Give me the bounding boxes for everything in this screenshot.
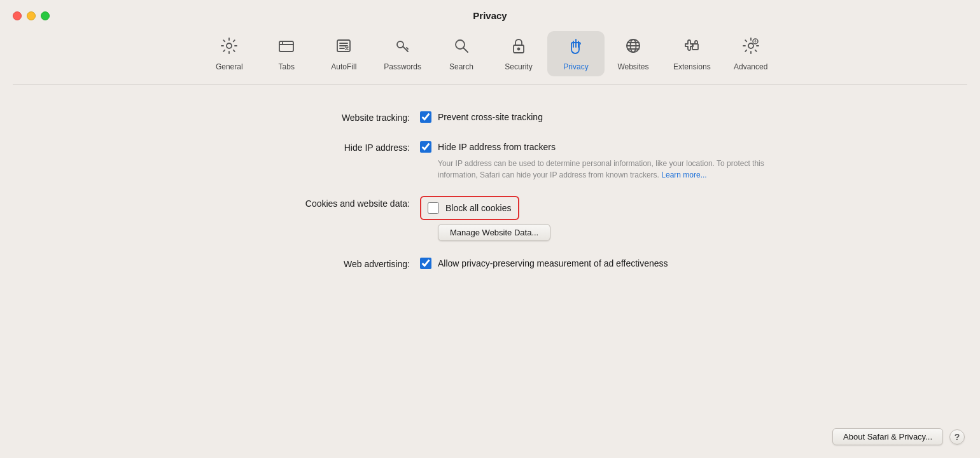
tab-security-label: Security	[505, 62, 532, 71]
search-icon	[452, 36, 471, 59]
tab-search[interactable]: Search	[433, 31, 490, 76]
tab-websites[interactable]: Websites	[605, 31, 662, 76]
cookies-row: Cookies and website data: Block all cook…	[204, 196, 776, 241]
svg-point-0	[227, 43, 232, 48]
bottom-bar: About Safari & Privacy... ?	[832, 428, 965, 445]
cookies-label: Cookies and website data:	[204, 196, 420, 211]
website-tracking-checkbox-label: Prevent cross-site tracking	[438, 110, 543, 124]
hide-ip-checkbox[interactable]	[420, 141, 431, 153]
puzzle-icon	[682, 36, 701, 59]
svg-point-17	[748, 43, 753, 48]
about-safari-button[interactable]: About Safari & Privacy...	[832, 428, 943, 445]
block-cookies-highlight-row: Block all cookies	[420, 196, 550, 220]
window-title: Privacy	[473, 10, 507, 21]
tab-privacy-label: Privacy	[563, 62, 588, 71]
hide-ip-control: Hide IP address from trackers Your IP ad…	[420, 140, 776, 181]
globe-icon	[624, 36, 643, 59]
web-advertising-checkbox[interactable]	[420, 258, 431, 269]
hide-ip-label: Hide IP address:	[204, 140, 420, 155]
web-advertising-checkbox-row: Allow privacy-preserving measurement of …	[420, 256, 668, 270]
tab-tabs[interactable]: Tabs	[258, 31, 315, 76]
website-tracking-checkbox-row: Prevent cross-site tracking	[420, 110, 543, 124]
hide-ip-checkbox-row: Hide IP address from trackers	[420, 140, 776, 154]
help-button[interactable]: ?	[949, 429, 965, 445]
web-advertising-checkbox-label: Allow privacy-preserving measurement of …	[438, 256, 668, 270]
hide-ip-checkbox-label: Hide IP address from trackers	[438, 140, 556, 154]
svg-point-10	[517, 48, 519, 50]
window-controls	[13, 11, 50, 20]
gear-icon	[220, 36, 239, 59]
maximize-button[interactable]	[41, 11, 50, 20]
cookies-control: Block all cookies Manage Website Data...	[420, 196, 550, 241]
tab-websites-label: Websites	[617, 62, 648, 71]
block-cookies-highlight: Block all cookies	[420, 196, 519, 220]
gear-advanced-icon	[741, 36, 760, 59]
content-area: Website tracking: Prevent cross-site tra…	[0, 85, 980, 296]
website-tracking-control: Prevent cross-site tracking	[420, 110, 543, 124]
block-cookies-label: Block all cookies	[445, 201, 512, 215]
manage-button-container: Manage Website Data...	[420, 224, 550, 241]
tabs-icon	[277, 36, 296, 59]
title-bar: Privacy	[0, 0, 980, 26]
web-advertising-row: Web advertising: Allow privacy-preservin…	[204, 256, 776, 271]
website-tracking-label: Website tracking:	[204, 110, 420, 125]
website-tracking-row: Website tracking: Prevent cross-site tra…	[204, 110, 776, 125]
tab-privacy[interactable]: Privacy	[547, 31, 605, 76]
close-button[interactable]	[13, 11, 22, 20]
settings-section: Website tracking: Prevent cross-site tra…	[204, 110, 776, 271]
toolbar: General Tabs AutoFill	[13, 26, 967, 85]
tab-general[interactable]: General	[200, 31, 258, 76]
tab-extensions[interactable]: Extensions	[662, 31, 722, 76]
tab-extensions-label: Extensions	[673, 62, 711, 71]
tab-passwords[interactable]: Passwords	[372, 31, 433, 76]
autofill-icon	[334, 36, 353, 59]
tab-advanced[interactable]: Advanced	[722, 31, 780, 76]
hide-ip-row: Hide IP address: Hide IP address from tr…	[204, 140, 776, 181]
key-icon	[393, 36, 412, 59]
tab-security[interactable]: Security	[490, 31, 547, 76]
tab-search-label: Search	[449, 62, 473, 71]
lock-icon	[509, 36, 528, 59]
manage-website-data-button[interactable]: Manage Website Data...	[438, 224, 550, 241]
tab-autofill-label: AutoFill	[331, 62, 356, 71]
block-cookies-checkbox[interactable]	[428, 202, 439, 214]
tab-tabs-label: Tabs	[279, 62, 295, 71]
web-advertising-label: Web advertising:	[204, 256, 420, 271]
svg-rect-1	[279, 41, 293, 52]
learn-more-link[interactable]: Learn more...	[661, 170, 706, 179]
tab-general-label: General	[216, 62, 243, 71]
tab-advanced-label: Advanced	[734, 62, 767, 71]
web-advertising-control: Allow privacy-preserving measurement of …	[420, 256, 668, 270]
website-tracking-checkbox[interactable]	[420, 111, 431, 123]
hide-ip-helper-text: Your IP address can be used to determine…	[438, 158, 776, 181]
tab-passwords-label: Passwords	[384, 62, 421, 71]
hand-icon	[566, 36, 585, 59]
minimize-button[interactable]	[27, 11, 36, 20]
tab-autofill[interactable]: AutoFill	[315, 31, 372, 76]
svg-line-8	[463, 48, 468, 53]
